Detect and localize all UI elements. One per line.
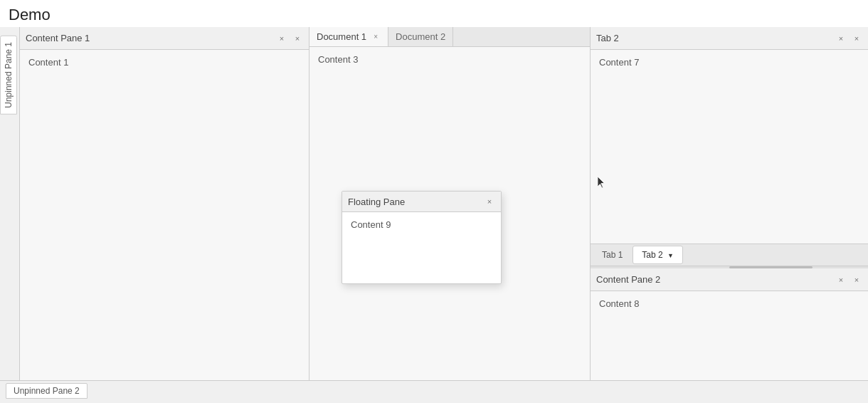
tab-2-dropdown-icon[interactable]: ▼: [667, 252, 674, 259]
left-section: Unpinned Pane 1 Content Pane 1 × × Conte…: [0, 27, 309, 400]
document-tab-1-close-icon[interactable]: ×: [371, 32, 381, 42]
right-top-pane-header: Tab 2 × ×: [591, 27, 868, 50]
right-bottom-pane-header: Content Pane 2 × ×: [591, 268, 868, 291]
right-top-pane-content: Content 7: [591, 50, 868, 244]
tab-2-label: Tab 2: [642, 250, 662, 260]
floating-pane-content: Content 9: [342, 212, 501, 283]
content-pane-1-pin-icon[interactable]: ×: [276, 33, 287, 44]
bottom-bar: Unpinned Pane 2: [0, 380, 868, 400]
tab-1-item[interactable]: Tab 1: [593, 246, 631, 263]
right-bottom-pane-pin-icon[interactable]: ×: [835, 274, 847, 286]
content-pane-1: Content Pane 1 × × Content 1: [20, 27, 309, 400]
unpinned-pane-2-tab[interactable]: Unpinned Pane 2: [6, 383, 88, 399]
tabs-scrollbar: [591, 266, 868, 268]
content-pane-1-content: Content 1: [20, 50, 309, 400]
document-tab-1[interactable]: Document 1 ×: [309, 27, 388, 46]
document-tab-1-label: Document 1: [317, 31, 366, 42]
right-top-pane-pin-icon[interactable]: ×: [835, 33, 847, 44]
floating-pane: Floating Pane × Content 9: [342, 191, 502, 284]
right-top-pane-close-icon[interactable]: ×: [851, 33, 862, 44]
document-tab-2-label: Document 2: [396, 31, 445, 42]
document-tab-2[interactable]: Document 2: [388, 27, 453, 46]
content-pane-1-icons: × ×: [276, 33, 303, 44]
right-top-pane: Tab 2 × × Content 7: [591, 27, 868, 244]
right-bottom-pane-close-icon[interactable]: ×: [851, 274, 862, 286]
app-title: Demo: [0, 0, 868, 27]
tabs-scrollbar-thumb: [729, 266, 813, 268]
unpinned-pane-1-tab[interactable]: Unpinned Pane 1: [0, 27, 20, 400]
tab-1-label: Tab 1: [602, 250, 623, 260]
unpinned-pane-2-label: Unpinned Pane 2: [14, 386, 80, 396]
right-top-pane-icons: × ×: [835, 33, 862, 44]
floating-pane-title: Floating Pane: [348, 197, 484, 207]
right-tabs-bar: Tab 1 Tab 2 ▼: [591, 244, 868, 266]
content-pane-1-close-icon[interactable]: ×: [292, 33, 303, 44]
floating-pane-close-icon[interactable]: ×: [484, 196, 495, 207]
workspace: Unpinned Pane 1 Content Pane 1 × × Conte…: [0, 27, 868, 400]
unpinned-pane-1-label: Unpinned Pane 1: [0, 36, 17, 115]
right-bottom-pane-icons: × ×: [835, 274, 862, 286]
document-tabs: Document 1 × Document 2: [309, 27, 590, 47]
tab-2-item[interactable]: Tab 2 ▼: [633, 246, 683, 264]
right-bottom-pane-title: Content Pane 2: [596, 274, 835, 285]
content-pane-1-header: Content Pane 1 × ×: [20, 27, 309, 50]
right-section: Tab 2 × × Content 7 Tab 1 Tab 2 ▼: [591, 27, 868, 400]
content-pane-1-title: Content Pane 1: [26, 33, 276, 43]
right-top-pane-title: Tab 2: [596, 33, 835, 43]
floating-pane-header: Floating Pane ×: [342, 192, 501, 212]
